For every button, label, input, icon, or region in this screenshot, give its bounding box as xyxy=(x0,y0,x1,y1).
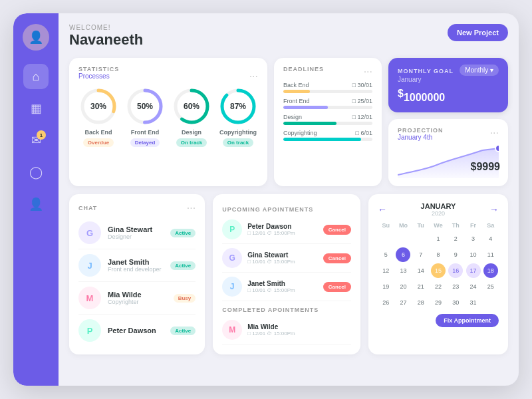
chat-label: CHAT xyxy=(78,205,97,211)
cal-day[interactable]: 20 xyxy=(396,279,410,294)
mail-badge: 1 xyxy=(37,130,46,140)
appt-time-peter: □ 12/01 ⏱ 15:00Pm xyxy=(247,230,318,236)
calendar-grid: Su Mo Tu We Th Fr Sa 1 2 3 4 5 xyxy=(378,221,499,310)
statistics-card: STATISTICS Processes ··· xyxy=(69,58,267,186)
stats-sublabel: Processes xyxy=(78,72,119,80)
sidebar-item-home[interactable]: ⌂ xyxy=(23,64,49,89)
projection-menu[interactable]: ··· xyxy=(490,127,499,145)
deadline-backend: Back End□ 30/01 xyxy=(283,82,372,93)
chat-status-janet: Active xyxy=(170,261,196,270)
deadline-frontend: Front End□ 25/01 xyxy=(283,98,372,109)
appt-item-peter: P Peter Dawson □ 12/01 ⏱ 15:00Pm Cancel xyxy=(222,215,351,244)
stats-deadlines-group: STATISTICS Processes ··· xyxy=(69,58,382,186)
cal-day[interactable]: 26 xyxy=(378,295,393,310)
goal-value: 1000000 xyxy=(404,92,445,103)
cal-day-highlighted[interactable]: 15 xyxy=(431,263,446,278)
chat-name-janet: Janet Smith xyxy=(108,258,164,266)
upcoming-label: UPCOMING APOINTMENTS xyxy=(222,206,351,213)
chat-item: P Peter Dawson Active xyxy=(78,315,196,346)
chat-menu[interactable]: ··· xyxy=(187,202,196,214)
cal-day[interactable]: 1 xyxy=(431,231,446,246)
cal-day[interactable]: 31 xyxy=(466,295,481,310)
avatar: 👤 xyxy=(23,24,49,51)
deadlines-label: Deadlines xyxy=(283,66,324,78)
cal-day[interactable]: 21 xyxy=(414,279,428,294)
cal-day[interactable]: 13 xyxy=(396,263,410,278)
chat-item: M Mia Wilde Copyrighter Busy xyxy=(78,282,196,315)
new-project-button[interactable]: New Project xyxy=(448,24,508,41)
sidebar: 👤 ⌂ ▦ ✉ 1 ◯ 👤 xyxy=(13,13,59,386)
cancel-gina-button[interactable]: Cancel xyxy=(323,253,351,263)
chat-avatar-mia: M xyxy=(78,287,101,309)
sidebar-item-calendar[interactable]: ▦ xyxy=(23,96,49,121)
sidebar-item-user[interactable]: 👤 xyxy=(23,192,49,217)
completed-label: COMPLETED APOINTMENTS xyxy=(222,307,351,313)
cal-day[interactable]: 23 xyxy=(448,279,463,294)
cal-day[interactable]: 8 xyxy=(431,247,446,262)
appt-avatar-gina: G xyxy=(222,248,242,268)
calendar-header: ← JANUARY 2020 → xyxy=(378,202,499,217)
cal-day-end[interactable]: 18 xyxy=(483,263,498,278)
appt-name-gina: Gina Stewart xyxy=(247,251,318,259)
appt-avatar-peter: P xyxy=(222,219,242,239)
projection-amount: $9999 xyxy=(471,161,501,173)
cancel-peter-button[interactable]: Cancel xyxy=(323,225,351,235)
cal-prev-button[interactable]: ← xyxy=(378,204,387,215)
stat-pct-design: 60% xyxy=(184,102,200,111)
calendar-month: JANUARY xyxy=(421,202,456,210)
cal-day[interactable]: 19 xyxy=(378,279,393,294)
cal-day[interactable]: 11 xyxy=(483,247,498,262)
cal-day[interactable]: 5 xyxy=(378,247,393,262)
goal-amount: $1000000 xyxy=(398,86,499,104)
chat-status-gina: Active xyxy=(170,229,196,237)
chat-avatar-gina: G xyxy=(78,221,101,244)
cal-day[interactable]: 25 xyxy=(483,279,498,294)
sidebar-item-chat[interactable]: ◯ xyxy=(23,160,49,185)
projection-label: PROJECTION xyxy=(398,127,444,134)
cal-day[interactable]: 28 xyxy=(414,295,428,310)
chat-name-peter: Peter Dawson xyxy=(108,327,164,334)
fix-appointment-button[interactable]: Fix Appointment xyxy=(436,314,499,327)
main-content: WELCOME! Navaneeth New Project STATISTIC… xyxy=(59,13,519,386)
cal-day[interactable]: 27 xyxy=(396,295,410,310)
projection-date: January 4th xyxy=(398,134,444,141)
cal-day-range[interactable]: 17 xyxy=(466,263,481,278)
cal-day[interactable]: 22 xyxy=(431,279,446,294)
stats-menu[interactable]: ··· xyxy=(249,70,258,82)
cal-day[interactable]: 2 xyxy=(448,231,463,246)
cal-day[interactable]: 7 xyxy=(414,247,428,262)
deadlines-menu[interactable]: ··· xyxy=(364,66,372,78)
header: WELCOME! Navaneeth New Project xyxy=(69,24,508,49)
cal-next-button[interactable]: → xyxy=(489,204,499,215)
top-section: STATISTICS Processes ··· xyxy=(69,58,508,186)
chat-item: G Gina Stewart Designer Active xyxy=(78,217,196,249)
cal-day[interactable]: 14 xyxy=(414,263,428,278)
appt-avatar-mia: M xyxy=(222,320,242,340)
appt-item-janet: J Janet Smith □ 10/01 ⏱ 15:00Pm Cancel xyxy=(222,273,351,301)
appt-name-peter: Peter Dawson xyxy=(247,223,318,230)
cal-day[interactable]: 10 xyxy=(466,247,481,262)
stat-name-frontend: Front End xyxy=(131,129,160,136)
projection-card: PROJECTION January 4th ··· xyxy=(388,119,508,186)
stats-circles: 30% Back End Overdue xyxy=(78,86,258,147)
cancel-janet-button[interactable]: Cancel xyxy=(323,282,351,292)
sidebar-item-mail[interactable]: ✉ 1 xyxy=(23,128,49,153)
cal-day[interactable]: 4 xyxy=(483,231,498,246)
user-name: Navaneeth xyxy=(69,31,143,49)
stat-item-design: 60% Design On track xyxy=(172,86,211,147)
appt-item-gina: G Gina Stewart □ 10/01 ⏱ 15:00Pm Cancel xyxy=(222,244,351,273)
cal-day[interactable]: 3 xyxy=(466,231,481,246)
cal-day[interactable]: 12 xyxy=(378,263,393,278)
cal-day[interactable]: 9 xyxy=(448,247,463,262)
cal-day-today[interactable]: 6 xyxy=(396,247,410,262)
stats-label: STATISTICS xyxy=(78,66,119,72)
cal-day-range[interactable]: 16 xyxy=(448,263,463,278)
stat-pct-copy: 87% xyxy=(230,102,246,111)
appt-avatar-janet: J xyxy=(222,277,242,297)
chat-card: CHAT ··· G Gina Stewart Designer Active … xyxy=(69,194,205,354)
appt-time-gina: □ 10/01 ⏱ 15:00Pm xyxy=(247,259,318,265)
cal-day[interactable]: 30 xyxy=(448,295,463,310)
cal-day[interactable]: 24 xyxy=(466,279,481,294)
monthly-dropdown[interactable]: Monthly ▾ xyxy=(460,65,499,76)
cal-day[interactable]: 29 xyxy=(431,295,446,310)
